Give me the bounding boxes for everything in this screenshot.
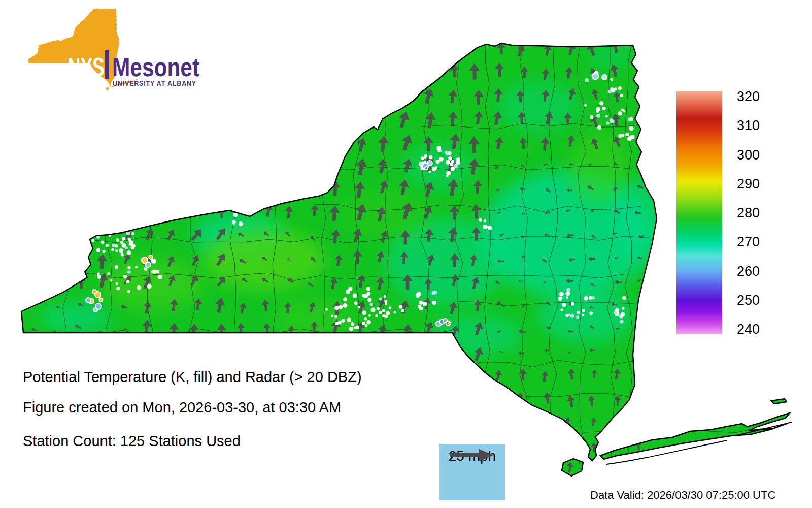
nys-mesonet-logo: NYS Mesonet UNIVERSITY AT ALBANY (28, 8, 199, 90)
wind-speed-legend: 25 mph (439, 444, 505, 500)
colorbar-tick-label: 320 (737, 88, 777, 105)
colorbar-tick-label: 300 (737, 147, 777, 163)
colorbar-tick-label: 270 (737, 234, 777, 250)
colorbar-tick-label: 250 (737, 292, 777, 308)
map-title: Potential Temperature (K, fill) and Rada… (23, 369, 362, 386)
colorbar-tick-label: 290 (737, 176, 777, 192)
figure-created-text: Figure created on Mon, 2026-03-30, at 03… (23, 399, 341, 416)
colorbar-tick-label: 260 (737, 263, 777, 279)
wind-reference-arrow-icon (439, 444, 505, 466)
logo-nys-text: NYS (67, 52, 105, 82)
data-valid-text: Data Valid: 2026/03/30 07:25:00 UTC (590, 489, 775, 502)
logo-subtitle-text: UNIVERSITY AT ALBANY (113, 79, 196, 87)
station-count-text: Station Count: 125 Stations Used (23, 433, 241, 450)
colorbar (676, 91, 722, 334)
colorbar-tick-label: 280 (737, 205, 777, 221)
logo-brand-text: Mesonet (112, 52, 199, 82)
logo-divider-bar (105, 50, 109, 79)
weather-map-page: NYS Mesonet UNIVERSITY AT ALBANY 320 310… (0, 0, 812, 508)
colorbar-tick-label: 240 (737, 321, 777, 337)
colorbar-tick-label: 310 (737, 117, 777, 134)
